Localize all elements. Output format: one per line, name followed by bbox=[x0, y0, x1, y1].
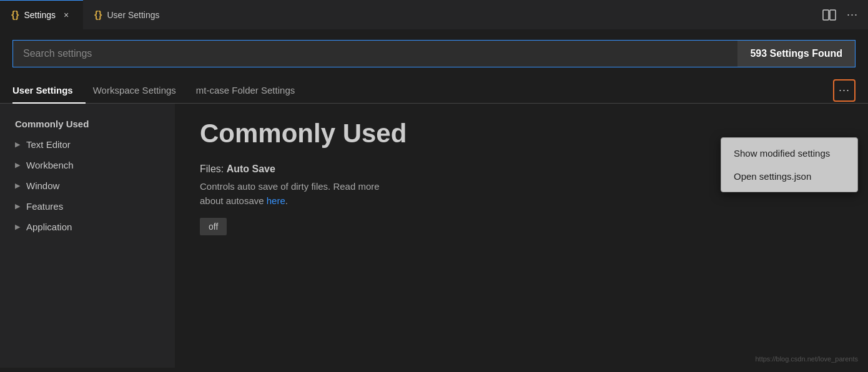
setting-desc-text1: Controls auto save of dirty files. Read … bbox=[200, 181, 380, 192]
content-area: Commonly Used Files: Auto Save Controls … bbox=[175, 104, 868, 368]
chevron-icon-text-editor: ▶ bbox=[15, 140, 20, 149]
sidebar-item-application-label: Application bbox=[26, 222, 72, 232]
chevron-icon-features: ▶ bbox=[15, 202, 20, 210]
settings-tabs: User Settings Workspace Settings mt-case… bbox=[0, 77, 868, 104]
settings-more-button[interactable]: ··· bbox=[833, 79, 856, 102]
settings-tab-icon: {} bbox=[11, 9, 19, 21]
sidebar-item-workbench[interactable]: ▶ Workbench bbox=[0, 155, 175, 175]
svg-rect-1 bbox=[830, 10, 836, 20]
search-input[interactable] bbox=[12, 40, 737, 67]
dropdown-item-open-json[interactable]: Open settings.json bbox=[721, 165, 857, 188]
folder-settings-label: mt-case Folder Settings bbox=[196, 85, 295, 95]
setting-link-here[interactable]: here bbox=[267, 195, 285, 206]
sidebar: Commonly Used ▶ Text Editor ▶ Workbench … bbox=[0, 104, 175, 368]
search-bar: 593 Settings Found bbox=[0, 30, 868, 77]
chevron-icon-workbench: ▶ bbox=[15, 161, 20, 169]
search-count: 593 Settings Found bbox=[737, 40, 856, 67]
tab-user-settings-nav[interactable]: User Settings bbox=[12, 77, 86, 103]
tab-folder-settings-nav[interactable]: mt-case Folder Settings bbox=[196, 77, 307, 103]
tab-workspace-settings-nav[interactable]: Workspace Settings bbox=[93, 77, 189, 103]
setting-value-off: off bbox=[200, 218, 227, 235]
tab-bar-right: ··· bbox=[822, 7, 868, 22]
main-content: Commonly Used ▶ Text Editor ▶ Workbench … bbox=[0, 104, 868, 368]
tab-more-button[interactable]: ··· bbox=[847, 8, 858, 21]
watermark: https://blog.csdn.net/love_parents bbox=[756, 355, 859, 363]
sidebar-item-application[interactable]: ▶ Application bbox=[0, 217, 175, 237]
sidebar-section-commonly-used: Commonly Used bbox=[0, 116, 175, 134]
tab-bar: {} Settings × {} User Settings ··· bbox=[0, 0, 868, 30]
dropdown-item-show-modified[interactable]: Show modified settings bbox=[721, 142, 857, 165]
sidebar-item-workbench-label: Workbench bbox=[26, 160, 74, 170]
settings-tab-close[interactable]: × bbox=[61, 9, 72, 21]
sidebar-item-text-editor-label: Text Editor bbox=[26, 139, 71, 150]
settings-tab-label: Settings bbox=[24, 10, 56, 20]
tab-user-settings[interactable]: {} User Settings bbox=[83, 0, 171, 29]
sidebar-item-window-label: Window bbox=[26, 180, 59, 191]
sidebar-item-features-label: Features bbox=[26, 201, 63, 212]
layout-icon[interactable] bbox=[822, 7, 837, 22]
sidebar-item-features[interactable]: ▶ Features bbox=[0, 196, 175, 217]
tab-settings[interactable]: {} Settings × bbox=[0, 0, 83, 29]
sidebar-item-text-editor[interactable]: ▶ Text Editor bbox=[0, 134, 175, 155]
dropdown-menu: Show modified settings Open settings.jso… bbox=[721, 137, 858, 192]
user-settings-tab-icon: {} bbox=[94, 9, 102, 21]
setting-desc-text2: about autosave bbox=[200, 195, 267, 206]
chevron-icon-window: ▶ bbox=[15, 182, 20, 190]
setting-desc-end: . bbox=[285, 195, 288, 206]
svg-rect-0 bbox=[823, 10, 829, 20]
sidebar-item-window[interactable]: ▶ Window bbox=[0, 175, 175, 196]
setting-label-bold: Auto Save bbox=[227, 164, 275, 174]
user-settings-tab-label: User Settings bbox=[107, 10, 160, 20]
chevron-icon-application: ▶ bbox=[15, 223, 20, 231]
